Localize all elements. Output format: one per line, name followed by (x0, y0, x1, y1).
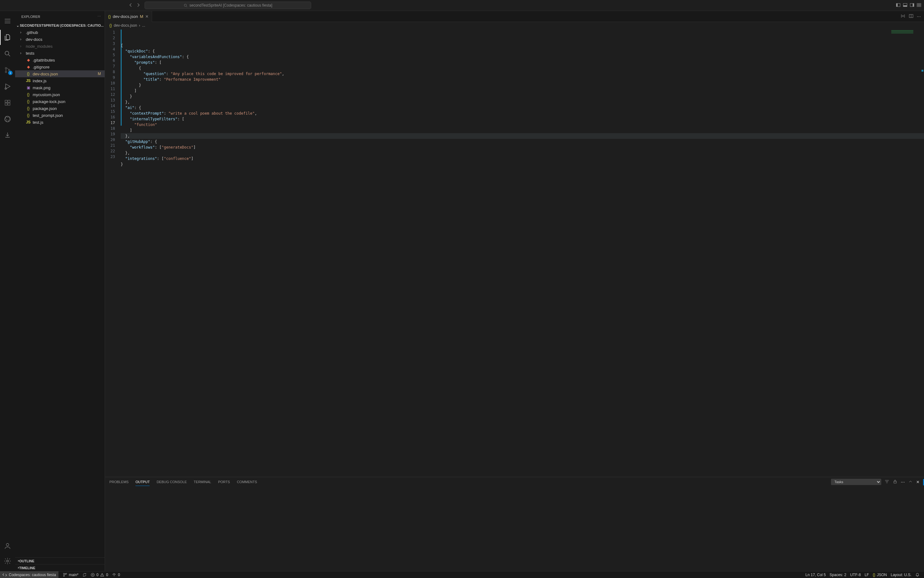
compare-changes-icon[interactable] (900, 13, 906, 19)
filter-icon[interactable] (884, 479, 890, 485)
close-panel-icon[interactable]: ✕ (916, 480, 919, 484)
code-line[interactable]: "workflows": ["generateDocs"] (121, 144, 924, 150)
activity-settings[interactable] (0, 554, 15, 568)
tab-dev-docs-json[interactable]: {} dev-docs.json M ✕ (105, 11, 152, 22)
code-line[interactable]: { (121, 43, 924, 49)
code-line[interactable] (121, 167, 924, 173)
code-content[interactable]: { "quickDoc": { "variablesAndFunctions":… (121, 29, 924, 477)
file-test.js[interactable]: JStest.js (15, 119, 105, 126)
panel-tab-debug-console[interactable]: DEBUG CONSOLE (156, 478, 187, 486)
status-ports[interactable]: 0 (110, 573, 122, 577)
command-center[interactable]: secondTestSpriteAI [Codespaces: cautious… (145, 2, 311, 9)
status-layout[interactable]: Layout: U.S. (889, 573, 913, 577)
layout-sidebar-left-icon[interactable] (896, 3, 901, 8)
workspace-header[interactable]: ⌄ SECONDTESTSPRITEAI [CODESPACES: CAUTIO… (15, 22, 105, 29)
code-line[interactable]: "variablesAndFunctions": { (121, 54, 924, 60)
status-problems[interactable]: 0 0 (89, 573, 110, 577)
code-line[interactable]: }, (121, 150, 924, 156)
file-test_prompt.json[interactable]: {}test_prompt.json (15, 112, 105, 119)
file-mycustom.json[interactable]: {}mycustom.json (15, 91, 105, 98)
code-line[interactable]: "prompts": [ (121, 60, 924, 65)
folder-dev-docs[interactable]: ›dev-docs (15, 36, 105, 43)
code-line[interactable]: ] (121, 88, 924, 94)
code-line[interactable]: "quickDoc": { (121, 49, 924, 54)
folder-node_modules[interactable]: ›node_modules (15, 43, 105, 50)
file-package.json[interactable]: {}package.json (15, 105, 105, 112)
panel-tab-terminal[interactable]: TERMINAL (194, 478, 211, 486)
line-number: 17 (105, 120, 121, 126)
file-mask.png[interactable]: ▣mask.png (15, 84, 105, 91)
code-line[interactable]: "title": "Performance Improvement" (121, 77, 924, 82)
activity-devdocs[interactable] (0, 128, 15, 143)
code-line[interactable]: "ai": { (121, 105, 924, 110)
close-icon[interactable]: ✕ (145, 14, 149, 19)
layout-sidebar-right-icon[interactable] (909, 3, 914, 8)
status-remote[interactable]: Codespaces: cautious fiesta (0, 572, 59, 578)
panel-tab-problems[interactable]: PROBLEMS (109, 478, 129, 486)
code-line[interactable]: "function" (121, 122, 924, 128)
folder-tests[interactable]: ›tests (15, 50, 105, 57)
status-cursor[interactable]: Ln 17, Col 5 (804, 573, 828, 577)
maximize-panel-icon[interactable] (908, 479, 913, 485)
more-icon[interactable]: ⋯ (901, 480, 905, 484)
file-package-lock.json[interactable]: {}package-lock.json (15, 98, 105, 105)
code-line[interactable]: ] (121, 128, 924, 133)
activity-explorer[interactable] (0, 30, 15, 45)
outline-section[interactable]: ⌄ OUTLINE (15, 557, 105, 564)
layout-panel-icon[interactable] (903, 3, 908, 8)
status-eol[interactable]: LF (863, 573, 871, 577)
file-dev-docs.json[interactable]: {}dev-docs.jsonM (15, 70, 105, 77)
svg-rect-16 (5, 100, 7, 102)
file-index.js[interactable]: JSindex.js (15, 77, 105, 84)
code-line[interactable]: } (121, 82, 924, 88)
code-line[interactable]: "contextPrompt": "write a cool poem abou… (121, 110, 924, 116)
editor-body[interactable]: 1234567891011121314151617181920212223 { … (105, 29, 924, 477)
code-line[interactable]: } (121, 161, 924, 167)
activity-menu[interactable] (0, 13, 15, 29)
timeline-section[interactable]: ⌄ TIMELINE (15, 564, 105, 571)
status-notifications[interactable] (913, 573, 921, 577)
panel-tab-ports[interactable]: PORTS (218, 478, 230, 486)
panel-tab-output[interactable]: OUTPUT (135, 478, 150, 486)
code-line[interactable]: "gitHubApp": { (121, 139, 924, 144)
activity-github[interactable] (0, 112, 15, 127)
status-indent[interactable]: Spaces: 2 (828, 573, 848, 577)
overview-mark (921, 70, 923, 71)
code-line[interactable]: }, (121, 99, 924, 105)
folder-.github[interactable]: ›.github (15, 29, 105, 36)
activity-accounts[interactable] (0, 538, 15, 554)
status-sync[interactable] (80, 573, 89, 577)
folder-label: tests (26, 51, 34, 55)
more-actions-icon[interactable]: ⋯ (917, 14, 921, 19)
breadcrumb[interactable]: {} dev-docs.json › ... (105, 22, 924, 29)
lock-scroll-icon[interactable] (893, 479, 898, 485)
file-label: mycustom.json (33, 93, 60, 97)
file-.gitattributes[interactable]: ◆.gitattributes (15, 57, 105, 63)
activity-search[interactable] (0, 46, 15, 61)
file-.gitignore[interactable]: ◆.gitignore (15, 63, 105, 70)
code-line[interactable]: "internalTypeFilters": [ (121, 116, 924, 122)
status-language[interactable]: {} JSON (871, 573, 889, 577)
explorer-more-icon[interactable]: ⋯ (98, 15, 101, 18)
code-line[interactable]: "question": "Any place this code be impr… (121, 71, 924, 77)
minimap[interactable] (891, 30, 919, 49)
split-editor-icon[interactable] (909, 13, 914, 19)
line-number: 20 (105, 137, 121, 143)
status-encoding[interactable]: UTF-8 (848, 573, 863, 577)
nav-forward-icon[interactable] (136, 3, 141, 8)
nav-back-icon[interactable] (128, 3, 133, 8)
code-line[interactable]: "integrations": ["confluence"] (121, 156, 924, 161)
activity-run-debug[interactable] (0, 79, 15, 94)
status-branch[interactable]: main* (61, 573, 80, 577)
output-channel-select[interactable]: Tasks (831, 479, 881, 485)
remote-name: Codespaces: cautious fiesta (9, 573, 56, 577)
code-line[interactable]: } (121, 94, 924, 99)
layout-customize-icon[interactable] (916, 3, 921, 8)
json-icon: {} (108, 14, 111, 19)
code-line[interactable]: { (121, 65, 924, 71)
panel-tab-comments[interactable]: COMMENTS (237, 478, 257, 486)
activity-extensions[interactable] (0, 95, 15, 110)
overview-ruler[interactable] (919, 29, 924, 477)
code-line[interactable]: }, (121, 133, 924, 139)
activity-source-control[interactable]: 1 (0, 63, 15, 78)
